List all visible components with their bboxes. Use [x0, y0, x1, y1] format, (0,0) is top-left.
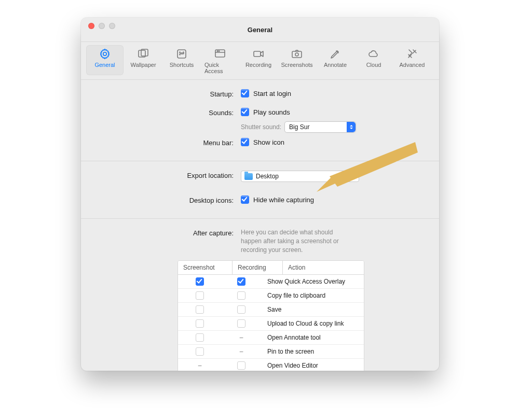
play-sounds-checkbox[interactable] [241, 108, 249, 116]
cloud-icon [366, 47, 381, 61]
sounds-label: Sounds: [93, 108, 234, 117]
tab-label: Recording [245, 62, 271, 68]
svg-rect-9 [292, 51, 302, 58]
show-icon-checkbox[interactable] [241, 138, 249, 146]
tab-label: General [94, 62, 115, 68]
hide-while-capturing-text: Hide while capturing [253, 196, 314, 204]
shutter-sound-select[interactable]: Big Sur [284, 121, 356, 133]
tab-label: Quick Access [204, 62, 236, 74]
quickaccess-icon [213, 47, 227, 61]
row4-recording-disabled: – [238, 334, 245, 341]
section-export: Export location: Desktop Desktop icons: [81, 161, 439, 219]
hide-while-capturing-checkbox[interactable] [241, 195, 249, 204]
svg-point-7 [218, 51, 219, 51]
tab-quick-access[interactable]: Quick Access [201, 45, 239, 75]
tab-shortcuts[interactable]: Shortcuts [163, 45, 200, 75]
tab-label: Wallpaper [130, 62, 156, 68]
row2-recording-checkbox[interactable] [237, 305, 245, 314]
row6-screenshot-disabled: – [196, 362, 203, 369]
startup-label: Startup: [93, 89, 234, 98]
after-capture-label: After capture: [93, 228, 234, 237]
recording-icon [251, 47, 266, 61]
table-row: –Open Annotate tool [178, 331, 364, 345]
table-header: Screenshot Recording Action [178, 261, 364, 275]
tab-wallpaper[interactable]: Wallpaper [125, 45, 162, 75]
play-sounds-text: Play sounds [253, 108, 290, 116]
advanced-icon [405, 47, 419, 61]
header-recording[interactable]: Recording [233, 261, 283, 274]
tab-label: Shortcuts [170, 62, 194, 68]
section-general-basic: Startup: Start at login Sounds: Play sou… [81, 80, 439, 161]
row4-screenshot-checkbox[interactable] [196, 333, 204, 342]
start-at-login-text: Start at login [253, 90, 291, 97]
svg-point-10 [295, 53, 298, 56]
row6-action-label: Open Video Editor [261, 362, 364, 369]
tab-screenshots[interactable]: Screenshots [278, 45, 316, 75]
tab-label: Screenshots [281, 62, 312, 68]
window-title: General [81, 18, 439, 41]
svg-point-6 [217, 51, 217, 51]
section-after-capture: After capture: Here you can decide what … [81, 219, 439, 371]
content-area: Startup: Start at login Sounds: Play sou… [81, 80, 439, 371]
row3-action-label: Upload to Cloud & copy link [261, 320, 364, 327]
row5-screenshot-checkbox[interactable] [196, 347, 204, 356]
after-capture-table: Screenshot Recording Action Show Quick A… [177, 260, 364, 371]
start-at-login-checkbox[interactable] [241, 89, 249, 97]
row1-recording-checkbox[interactable] [237, 291, 245, 300]
row2-screenshot-checkbox[interactable] [196, 305, 204, 314]
export-location-value: Desktop [256, 173, 279, 180]
menubar-label: Menu bar: [93, 138, 234, 147]
screenshots-icon [290, 47, 304, 61]
row6-recording-checkbox[interactable] [237, 361, 245, 370]
desktop-icons-label: Desktop icons: [93, 195, 234, 204]
tab-cloud[interactable]: Cloud [355, 45, 392, 75]
tab-label: Cloud [366, 62, 381, 68]
table-row: Upload to Cloud & copy link [178, 317, 364, 331]
row2-action-label: Save [261, 306, 364, 313]
preferences-toolbar: General Wallpaper Shor [81, 42, 439, 80]
row0-action-label: Show Quick Access Overlay [261, 278, 364, 285]
svg-point-0 [103, 52, 106, 55]
folder-icon [244, 173, 253, 180]
shutter-sound-label: Shutter sound: [241, 123, 281, 131]
tab-advanced[interactable]: Advanced [393, 45, 431, 75]
wallpaper-icon [136, 47, 151, 61]
tab-about[interactable]: About [432, 45, 439, 75]
row1-action-label: Copy file to clipboard [261, 292, 364, 299]
table-row: Save [178, 303, 364, 317]
dropdown-caret-icon [347, 122, 356, 132]
export-location-label: Export location: [93, 171, 234, 179]
show-icon-text: Show icon [253, 138, 284, 146]
shutter-sound-value: Big Sur [289, 123, 309, 131]
after-capture-help: Here you can decide what should happen a… [241, 228, 350, 254]
dropdown-caret-icon [350, 171, 356, 181]
tab-annotate[interactable]: Annotate [317, 45, 354, 75]
row5-action-label: Pin to the screen [261, 348, 364, 355]
row4-action-label: Open Annotate tool [261, 334, 364, 341]
tab-recording[interactable]: Recording [240, 45, 277, 75]
row3-recording-checkbox[interactable] [237, 319, 245, 328]
table-row: –Pin to the screen [178, 345, 364, 359]
table-row: Show Quick Access Overlay [178, 275, 364, 289]
gear-icon [98, 47, 112, 61]
annotate-icon [328, 47, 343, 61]
header-screenshot[interactable]: Screenshot [178, 261, 233, 274]
titlebar: General [81, 18, 439, 42]
shortcuts-icon [174, 47, 189, 61]
row1-screenshot-checkbox[interactable] [196, 291, 204, 300]
row3-screenshot-checkbox[interactable] [196, 319, 204, 328]
export-location-select[interactable]: Desktop [241, 171, 359, 182]
preferences-window: General General [81, 18, 439, 371]
svg-rect-8 [254, 51, 261, 57]
row5-recording-disabled: – [238, 348, 245, 355]
tab-label: Advanced [400, 62, 425, 68]
tab-general[interactable]: General [86, 45, 124, 75]
row0-screenshot-checkbox[interactable] [196, 277, 204, 286]
tab-label: Annotate [324, 62, 347, 68]
header-action[interactable]: Action [283, 261, 364, 274]
row0-recording-checkbox[interactable] [237, 277, 245, 286]
table-row: –Open Video Editor [178, 359, 364, 371]
table-row: Copy file to clipboard [178, 289, 364, 303]
